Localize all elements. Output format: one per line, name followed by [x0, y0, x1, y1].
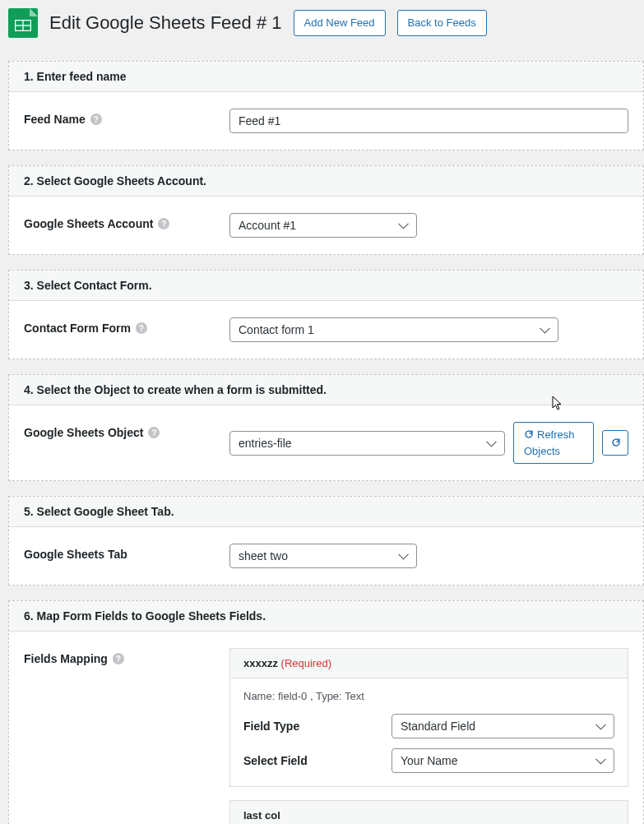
add-new-feed-button[interactable]: Add New Feed — [294, 10, 386, 36]
mapping-field-name: xxxxzz — [243, 657, 278, 669]
sheet-tab-label: Google Sheets Tab — [24, 548, 127, 561]
section-2-title: 2. Select Google Sheets Account. — [9, 166, 643, 197]
object-label: Google Sheets Object — [24, 426, 143, 439]
select-field-select[interactable]: Your Name — [391, 748, 614, 773]
mapping-field-2: last col — [229, 800, 628, 824]
section-contact-form: 3. Select Contact Form. Contact Form For… — [8, 270, 644, 359]
back-to-feeds-button[interactable]: Back to Feeds — [397, 10, 487, 36]
feed-name-label: Feed Name — [24, 113, 86, 126]
help-icon[interactable]: ? — [158, 218, 169, 229]
object-select[interactable]: entries-file — [229, 431, 505, 456]
sheet-tab-select[interactable]: sheet two — [229, 544, 417, 568]
feed-name-input[interactable] — [229, 109, 628, 133]
section-account: 2. Select Google Sheets Account. Google … — [8, 165, 644, 255]
contact-form-label: Contact Form Form — [24, 322, 131, 335]
help-icon[interactable]: ? — [90, 113, 102, 125]
refresh-secondary-button[interactable] — [602, 430, 628, 456]
mapping-field-name: last col — [243, 809, 280, 822]
section-6-title: 6. Map Form Fields to Google Sheets Fiel… — [9, 601, 643, 632]
section-object: 4. Select the Object to create when a fo… — [8, 374, 644, 481]
section-mapping: 6. Map Form Fields to Google Sheets Fiel… — [8, 600, 644, 824]
section-5-title: 5. Select Google Sheet Tab. — [9, 497, 643, 527]
contact-form-select[interactable]: Contact form 1 — [229, 317, 558, 342]
section-sheet-tab: 5. Select Google Sheet Tab. Google Sheet… — [8, 496, 644, 586]
section-3-title: 3. Select Contact Form. — [9, 271, 643, 301]
section-feed-name: 1. Enter feed name Feed Name ? — [8, 61, 644, 150]
required-tag: (Required) — [281, 657, 331, 669]
help-icon[interactable]: ? — [113, 653, 124, 664]
field-type-select[interactable]: Standard Field — [391, 714, 614, 738]
mapping-label: Fields Mapping — [24, 652, 108, 665]
help-icon[interactable]: ? — [148, 427, 160, 438]
refresh-objects-button[interactable]: Refresh Objects — [513, 422, 594, 464]
select-field-label: Select Field — [243, 754, 391, 767]
section-1-title: 1. Enter feed name — [9, 62, 643, 92]
account-select[interactable]: Account #1 — [229, 213, 417, 238]
mapping-field-1: xxxxzz (Required) Name: field-0 , Type: … — [229, 648, 628, 787]
field-type-label: Field Type — [243, 720, 391, 733]
google-sheets-icon — [8, 8, 38, 38]
account-label: Google Sheets Account — [24, 217, 153, 230]
page-title: Edit Google Sheets Feed # 1 — [49, 12, 282, 34]
help-icon[interactable]: ? — [136, 322, 147, 334]
mapping-field-meta: Name: field-0 , Type: Text — [230, 678, 628, 709]
section-4-title: 4. Select the Object to create when a fo… — [9, 375, 643, 405]
